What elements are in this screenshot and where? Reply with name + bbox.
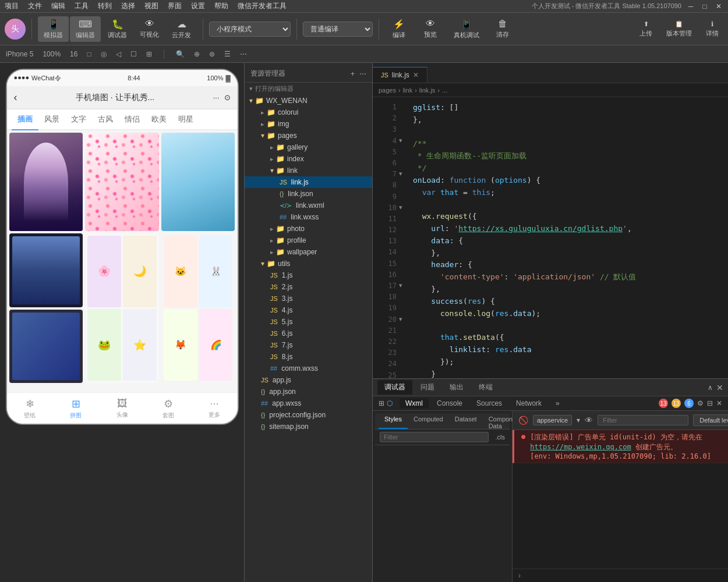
menu-item-settings[interactable]: 设置: [191, 1, 205, 11]
details-button[interactable]: ℹ 详情: [701, 18, 723, 40]
file-2js[interactable]: JS 2.js: [245, 281, 372, 293]
folder-profile[interactable]: ▸ 📁 profile: [245, 235, 372, 246]
avatar[interactable]: 头: [5, 19, 26, 40]
tab-ancient[interactable]: 古风: [92, 109, 119, 130]
folder-photo[interactable]: ▸ 📁 photo: [245, 223, 372, 235]
file-app-json[interactable]: {} app.json: [245, 386, 372, 398]
version-button[interactable]: 📋 版本管理: [662, 18, 697, 40]
image-item-4[interactable]: [9, 233, 83, 307]
preview-button[interactable]: 👁 预览: [416, 16, 444, 41]
console-clear-icon[interactable]: 🚫: [518, 416, 528, 425]
devtools-tab-output[interactable]: 输出: [443, 380, 471, 395]
folder-utils[interactable]: ▾ 📁 utils: [245, 258, 372, 269]
rotate-icon[interactable]: ◎: [101, 50, 107, 58]
debugger-button[interactable]: 🐛 调试器: [102, 16, 133, 42]
element-select-icon[interactable]: ⬡: [387, 399, 393, 407]
menu-item-select[interactable]: 选择: [121, 1, 135, 11]
settings-icon[interactable]: ⚙: [697, 399, 704, 407]
tab-couple[interactable]: 情侣: [119, 109, 146, 130]
tab-sources[interactable]: Sources: [471, 398, 508, 409]
breadcrumb-more[interactable]: ...: [442, 87, 447, 94]
menu-item-interface[interactable]: 界面: [168, 1, 182, 11]
clear-cache-button[interactable]: 🗑 清存: [489, 16, 517, 41]
file-link-wxml[interactable]: ≺/≻ link.wxml: [245, 200, 372, 211]
console-text-input[interactable]: [524, 572, 722, 580]
search-icon[interactable]: 🔍: [176, 50, 185, 58]
nav-camera-icon[interactable]: ⊙: [224, 93, 231, 102]
bottom-nav-wallpaper[interactable]: ❄ 壁纸: [7, 393, 53, 424]
bottom-nav-more[interactable]: ··· 更多: [191, 393, 237, 424]
file-link-js[interactable]: JS link.js: [245, 176, 372, 188]
bottom-nav-avatar[interactable]: 🖼 头像: [99, 393, 145, 424]
close-button[interactable]: ✕: [714, 2, 723, 11]
code-content[interactable]: gglist: [] }, /** * 生命周期函数--监听页面加载 */ on…: [408, 97, 728, 378]
menu-item-edit[interactable]: 编辑: [51, 1, 65, 11]
folder-colorui[interactable]: ▸ 📁 colorui: [245, 107, 372, 118]
menu-item-project[interactable]: 项目: [5, 1, 19, 11]
image-item-7[interactable]: 🐱 🐰 🦊 🌈: [161, 233, 235, 383]
cls-label[interactable]: .cls: [496, 434, 506, 441]
more-icon[interactable]: ⋯: [240, 50, 247, 58]
split-icon[interactable]: ☰: [224, 50, 231, 58]
file-link-wxss[interactable]: ## link.wxss: [245, 211, 372, 223]
devtools-tab-problems[interactable]: 问题: [414, 380, 441, 395]
console-eye-icon[interactable]: 👁: [585, 416, 593, 425]
breadcrumb-pages[interactable]: pages: [379, 87, 396, 94]
image-item-2[interactable]: [85, 133, 159, 231]
image-item-3[interactable]: [161, 133, 235, 231]
filetree-more-icon[interactable]: ⋯: [359, 70, 366, 78]
compile-select[interactable]: 普通编译: [303, 22, 373, 37]
fold-icon-7[interactable]: ▾: [399, 169, 408, 180]
editor-tab-link-js[interactable]: JS link.js ✕: [373, 67, 427, 83]
tab-western[interactable]: 欧美: [146, 109, 172, 130]
fold-icon-4[interactable]: ▾: [399, 136, 408, 147]
file-4js[interactable]: JS 4.js: [245, 304, 372, 316]
filetree-new-file-icon[interactable]: +: [351, 70, 355, 78]
menu-item-help[interactable]: 帮助: [214, 1, 228, 11]
breadcrumb-link[interactable]: link: [403, 87, 413, 94]
tab-illustration[interactable]: 插画: [12, 109, 38, 130]
inspect-icon[interactable]: ⊞: [379, 399, 384, 407]
fold-icon-17[interactable]: ▾: [399, 281, 408, 292]
folder-link[interactable]: ▾ 📁 link: [245, 165, 372, 176]
breadcrumb-link-js[interactable]: link.js: [419, 87, 436, 94]
cloud-button[interactable]: ☁ 云开发: [166, 16, 197, 42]
file-comm-wxss[interactable]: ## comm.wxss: [245, 363, 372, 374]
simulator-button[interactable]: 📱 模拟器: [38, 16, 69, 42]
devtools-tab-debugger[interactable]: 调试器: [377, 380, 412, 395]
device-frame-icon[interactable]: □: [87, 50, 91, 58]
menu-item-wechat[interactable]: 微信开发者工具: [238, 1, 287, 11]
file-5js[interactable]: JS 5.js: [245, 316, 372, 328]
image-item-1[interactable]: [9, 133, 83, 231]
bottom-nav-collage[interactable]: ⊞ 拼图: [53, 393, 99, 424]
styles-filter-input[interactable]: [380, 432, 489, 442]
devtools-tab-terminal[interactable]: 终端: [472, 380, 500, 395]
layout-icon[interactable]: ⊟: [707, 399, 713, 407]
menu-item-view[interactable]: 视图: [144, 1, 158, 11]
tab-more[interactable]: »: [550, 398, 566, 409]
computed-tab[interactable]: Computed: [408, 413, 449, 429]
grid-icon[interactable]: ⊞: [146, 50, 152, 58]
maximize-button[interactable]: □: [700, 2, 709, 11]
devtools-close-icon[interactable]: ✕: [716, 383, 723, 392]
console-dropdown-icon[interactable]: ▾: [577, 416, 580, 424]
tab-landscape[interactable]: 风景: [38, 109, 65, 130]
menu-item-file[interactable]: 文件: [28, 1, 42, 11]
folder-img[interactable]: ▸ 📁 img: [245, 118, 372, 130]
editor-button[interactable]: ⌨ 编辑器: [70, 16, 101, 42]
minimize-button[interactable]: ─: [686, 2, 695, 11]
folder-index[interactable]: ▸ 📁 index: [245, 153, 372, 165]
add-icon[interactable]: ⊕: [194, 50, 200, 58]
file-7js[interactable]: JS 7.js: [245, 339, 372, 351]
console-filter-input[interactable]: [598, 415, 688, 425]
folder-pages[interactable]: ▾ 📁 pages: [245, 130, 372, 141]
file-3js[interactable]: JS 3.js: [245, 293, 372, 304]
file-project-config[interactable]: {} project.config.json: [245, 409, 372, 421]
error-link[interactable]: https://mp.weixin.qq.com: [530, 443, 631, 451]
menu-item-goto[interactable]: 转到: [98, 1, 112, 11]
open-editors-section[interactable]: ▾ 打开的编辑器: [245, 83, 372, 95]
devtools-chevron-icon[interactable]: ∧: [708, 384, 713, 392]
folder-wallpaper[interactable]: ▸ 📁 wallpaper: [245, 246, 372, 258]
tab-close-icon[interactable]: ✕: [413, 71, 419, 79]
tab-star[interactable]: 明星: [172, 109, 199, 130]
